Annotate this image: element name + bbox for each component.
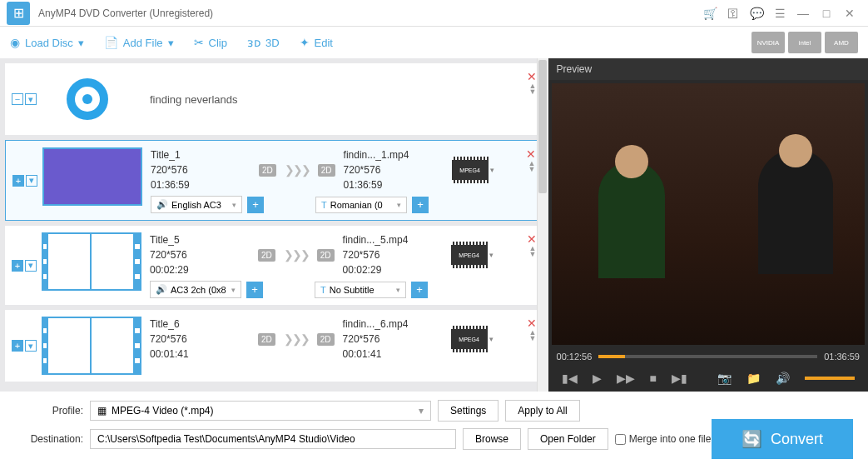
2d-badge: 2D [317, 249, 335, 262]
toolbar: ◉Load Disc▾ 📄Add File▾ ✂Clip ᴈᴅ3D ✦Edit … [0, 27, 868, 58]
add-file-button[interactable]: 📄Add File▾ [104, 36, 174, 49]
2d-badge: 2D [259, 164, 276, 177]
add-audio-button[interactable]: + [246, 282, 263, 298]
scissors-icon: ✂ [194, 36, 204, 49]
arrow-icon: ❯❯❯ [284, 248, 309, 262]
source-info: Title_5720*57600:02:29 [150, 232, 250, 277]
expand-button[interactable]: + [12, 260, 23, 272]
disc-row[interactable]: −▾ finding neverlands ✕ ▲▼ [5, 63, 543, 135]
minimize-icon[interactable]: — [793, 3, 813, 23]
wand-icon: ✦ [300, 36, 310, 49]
3d-icon: ᴈᴅ [247, 36, 260, 49]
chevron-down-icon: ▾ [168, 37, 174, 49]
sort-handle[interactable]: ▲▼ [529, 83, 537, 95]
arrow-icon: ❯❯❯ [284, 332, 309, 346]
check-button[interactable]: ▾ [25, 260, 37, 272]
list-scrollbar[interactable] [537, 58, 548, 392]
apply-all-button[interactable]: Apply to All [505, 400, 579, 422]
preview-video[interactable] [552, 83, 865, 345]
amd-badge: AMD [825, 32, 858, 53]
3d-button[interactable]: ᴈᴅ3D [247, 36, 280, 49]
nvidia-badge: NVIDIA [751, 32, 785, 53]
key-icon[interactable]: ⚿ [723, 3, 743, 23]
seek-bar[interactable] [598, 355, 817, 358]
source-info: Title_6720*57600:01:41 [150, 317, 250, 362]
load-disc-button[interactable]: ◉Load Disc▾ [10, 36, 84, 49]
folder-button[interactable]: 📁 [746, 372, 761, 385]
2d-badge: 2D [258, 333, 275, 346]
expand-button[interactable]: + [12, 340, 23, 352]
sort-handle[interactable]: ▲▼ [529, 246, 537, 257]
file-plus-icon: 📄 [104, 36, 118, 49]
sort-handle[interactable]: ▲▼ [529, 330, 537, 342]
profile-label: Profile: [17, 405, 83, 417]
destination-label: Destination: [17, 433, 83, 445]
check-button[interactable]: ▾ [25, 93, 37, 105]
chevron-down-icon[interactable]: ▾ [489, 251, 494, 259]
time-current: 00:12:56 [557, 352, 593, 362]
menu-icon[interactable]: ☰ [770, 3, 790, 23]
add-subtitle-button[interactable]: + [412, 197, 429, 213]
merge-checkbox[interactable]: Merge into one file [615, 433, 712, 445]
2d-badge: 2D [317, 333, 335, 346]
stop-button[interactable]: ■ [650, 372, 657, 385]
chevron-down-icon[interactable]: ▾ [490, 166, 494, 174]
track-row[interactable]: +▾ Title_6720*57600:01:41 2D ❯❯❯ 2D find… [5, 310, 543, 382]
cart-icon[interactable]: 🛒 [700, 3, 720, 23]
add-audio-button[interactable]: + [247, 197, 264, 213]
edit-button[interactable]: ✦Edit [300, 36, 333, 49]
app-title: AnyMP4 DVD Converter (Unregistered) [38, 7, 213, 19]
feedback-icon[interactable]: 💬 [746, 3, 766, 23]
format-icon[interactable]: MPEG4 [451, 326, 488, 352]
format-icon[interactable]: MPEG4 [451, 242, 488, 268]
track-row[interactable]: +▾ Title_1720*57601:36:59 2D ❯❯❯ 2D find… [5, 140, 543, 221]
sort-handle[interactable]: ▲▼ [528, 161, 536, 172]
audio-select[interactable]: 🔊English AC3▾ [151, 196, 242, 213]
convert-button[interactable]: 🔄 Convert [712, 419, 853, 459]
track-thumbnail [42, 232, 141, 291]
preview-panel: Preview 00:12:56 01:36:59 ▮◀ ▶ ▶▶ ■ ▶▮ 📷… [548, 58, 868, 392]
arrow-icon: ❯❯❯ [285, 163, 310, 177]
subtitle-select[interactable]: TRomanian (0▾ [315, 197, 407, 213]
2d-badge: 2D [258, 249, 275, 262]
check-button[interactable]: ▾ [26, 175, 37, 187]
clip-button[interactable]: ✂Clip [194, 36, 227, 49]
destination-input[interactable]: C:\Users\Softpedia Test\Documents\AnyMP4… [90, 429, 456, 449]
convert-icon: 🔄 [742, 429, 762, 449]
volume-icon[interactable]: 🔊 [776, 372, 790, 385]
chevron-down-icon: ▾ [419, 405, 424, 417]
output-info: findin..._6.mp4720*57600:01:41 [343, 317, 443, 362]
collapse-button[interactable]: − [12, 93, 23, 105]
subtitle-select[interactable]: TNo Subtitle▾ [315, 282, 406, 298]
profile-select[interactable]: ▦ MPEG-4 Video (*.mp4) ▾ [90, 401, 431, 421]
expand-button[interactable]: + [12, 175, 24, 187]
next-button[interactable]: ▶▮ [672, 372, 687, 385]
prev-button[interactable]: ▮◀ [562, 372, 578, 385]
audio-icon: 🔊 [156, 199, 168, 210]
track-list: −▾ finding neverlands ✕ ▲▼ +▾ Title_1720… [0, 58, 548, 392]
volume-slider[interactable] [805, 377, 855, 380]
close-icon[interactable]: ✕ [840, 3, 860, 23]
mpeg-icon: ▦ [97, 405, 107, 417]
snapshot-button[interactable]: 📷 [717, 372, 732, 385]
check-button[interactable]: ▾ [25, 340, 37, 352]
chevron-down-icon[interactable]: ▾ [489, 335, 494, 343]
maximize-icon[interactable]: □ [816, 3, 836, 23]
output-info: findin..._1.mp4720*57601:36:59 [344, 147, 444, 192]
intel-badge: intel [788, 32, 821, 53]
fwd-button[interactable]: ▶▶ [617, 372, 635, 385]
audio-icon: 🔊 [156, 284, 167, 295]
format-icon[interactable]: MPEG4 [452, 157, 489, 183]
open-folder-button[interactable]: Open Folder [528, 428, 608, 450]
add-subtitle-button[interactable]: + [411, 282, 428, 298]
2d-badge: 2D [318, 164, 335, 177]
track-row[interactable]: +▾ Title_5720*57600:02:29 2D ❯❯❯ 2D find… [5, 226, 543, 305]
settings-button[interactable]: Settings [438, 400, 498, 422]
play-button[interactable]: ▶ [593, 372, 602, 385]
player-controls: ▮◀ ▶ ▶▶ ■ ▶▮ 📷 📁 🔊 [548, 365, 868, 392]
audio-select[interactable]: 🔊AC3 2ch (0x8▾ [150, 281, 241, 298]
disc-thumbnail [42, 70, 133, 128]
browse-button[interactable]: Browse [463, 428, 521, 450]
track-thumbnail [42, 147, 142, 206]
source-info: Title_1720*57601:36:59 [151, 147, 250, 192]
